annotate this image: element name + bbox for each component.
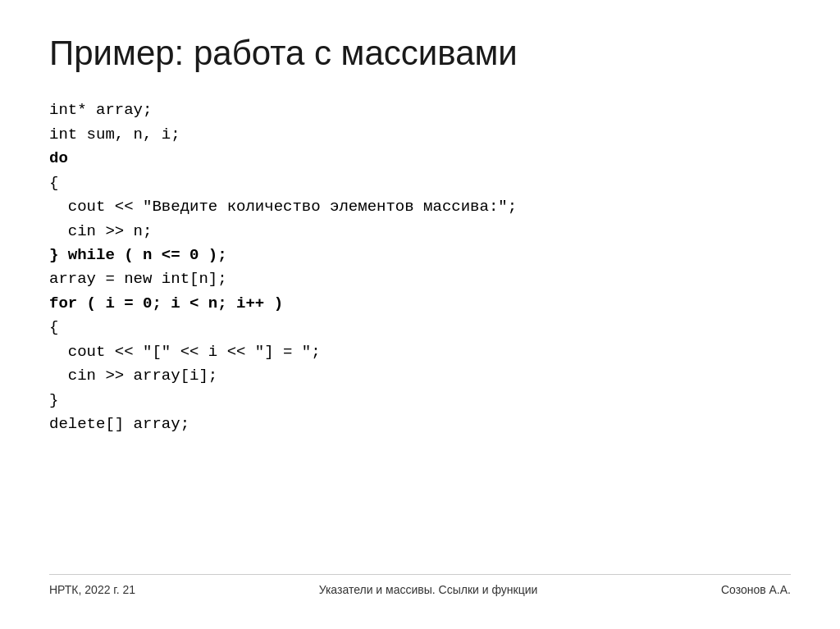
- code-line-8: } while ( n <= 0 );: [49, 244, 791, 267]
- code-line-15: cin >> array[i];: [49, 364, 791, 388]
- slide-container: Пример: работа с массивами int* array;in…: [0, 0, 840, 629]
- code-line-5: {: [49, 171, 791, 195]
- code-line-6: cout << "Введите количество элементов ма…: [49, 195, 791, 219]
- code-line-11: array = new int[n];: [49, 267, 791, 291]
- code-line-7: cin >> n;: [49, 220, 791, 244]
- code-line-12: for ( i = 0; i < n; i++ ): [49, 292, 791, 316]
- code-line-13: {: [49, 316, 791, 340]
- code-line-16: }: [49, 389, 791, 412]
- code-line-17: delete[] array;: [49, 412, 791, 436]
- slide-title: Пример: работа с массивами: [49, 33, 791, 74]
- code-line-0: int* array;: [49, 98, 791, 122]
- code-line-1: int sum, n, i;: [49, 123, 791, 147]
- code-line-14: cout << "[" << i << "] = ";: [49, 340, 791, 364]
- footer: НРТК, 2022 г. 21 Указатели и массивы. Сс…: [49, 574, 791, 596]
- footer-left: НРТК, 2022 г. 21: [49, 583, 135, 596]
- footer-center: Указатели и массивы. Ссылки и функции: [319, 583, 538, 596]
- code-block: int* array;int sum, n, i;do{ cout << "Вв…: [49, 98, 791, 574]
- footer-right: Созонов А.А.: [721, 583, 791, 596]
- code-line-4: do: [49, 147, 791, 171]
